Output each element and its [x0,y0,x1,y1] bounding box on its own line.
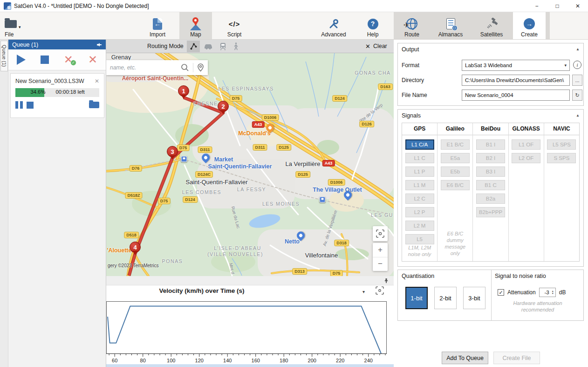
search-input[interactable]: name, etc. [106,64,136,71]
signal-button-l5-sps[interactable]: L5 SPS [547,139,576,150]
queue-vertical-tab[interactable]: Queue (1) [0,41,8,71]
clear-completed-icon[interactable]: ✕✓ [64,55,73,64]
signal-button-l2-m[interactable]: L2 M [405,221,434,231]
routing-mode-car-button[interactable] [202,41,215,52]
snr-header: Signal to noise ratio [495,270,546,282]
collapse-icon[interactable]: ▲ [576,47,580,51]
regenerate-name-button[interactable]: ↻ [572,90,582,101]
route-marker-3[interactable]: 3 [167,146,178,157]
signal-button-l2-of[interactable]: L2 OF [512,153,540,163]
stop-item-icon[interactable] [27,102,34,109]
search-icon[interactable] [181,63,189,72]
stop-icon[interactable] [41,55,49,64]
browse-button[interactable]: ... [572,75,582,86]
attenuation-checkbox[interactable]: ✓ [498,289,504,296]
format-info-icon[interactable]: i [573,61,581,69]
satellites-button[interactable]: Satellites [473,12,510,39]
locate-pin-icon[interactable] [197,63,204,72]
satgen-app: SatGen V4.0 - *Untitled [DEMO - No Dongl… [0,0,588,367]
svg-text:60: 60 [112,358,117,363]
route-marker-4[interactable]: 4 [130,242,141,253]
signal-button-l1-c[interactable]: L1 C [405,153,434,163]
signal-button-l5[interactable]: L5 [405,234,434,244]
time-remaining: 00:00:18 left [55,89,84,95]
pin-icon[interactable] [96,42,102,48]
almanacs-button[interactable]: Almanacs [433,12,468,39]
chart-fit-button[interactable] [376,286,384,295]
pause-icon[interactable] [15,101,23,109]
map-search-box[interactable]: name, etc. [106,60,208,75]
velocity-panel-strip [106,276,394,285]
poi-pin-icon[interactable] [200,152,211,163]
remove-icon[interactable]: ✕ [88,55,97,64]
signal-button-e5b[interactable]: E5b [441,166,470,177]
advanced-button[interactable]: Advanced [315,12,352,39]
signal-button-l1-m[interactable]: L1 M [405,180,434,190]
signal-button-e5a[interactable]: E5a [441,153,470,163]
svg-text:140: 140 [223,358,232,363]
chart-dropdown-caret-icon[interactable]: ▾ [362,289,365,294]
signal-button-l1-of[interactable]: L1 OF [512,139,540,150]
collapse-icon[interactable]: ▲ [576,113,580,118]
maximize-button[interactable]: □ [547,0,567,12]
road-badge-d318: D318 [334,240,349,246]
attenuation-spinner[interactable]: -3 ▴ ▾ [539,288,556,297]
zoom-out-button[interactable]: − [373,257,388,271]
route-button[interactable]: ✈ Route [396,12,428,39]
import-button[interactable]: ← Import [141,12,174,39]
spinner-down-icon[interactable]: ▾ [550,292,555,295]
format-dropdown[interactable]: LabSat 3 Wideband ▾ [462,60,570,71]
signal-button-l1-p[interactable]: L1 P [405,166,434,177]
routing-mode-route-button[interactable] [187,41,200,52]
signal-button-b1-i[interactable]: B1 I [476,139,505,150]
train-station-icon[interactable] [320,197,326,203]
minimize-button[interactable]: − [526,0,547,12]
velocity-chart[interactable]: 6080100120140160180200220240 [106,301,387,365]
signal-button-l1-c-a[interactable]: L1 C/A [405,139,434,150]
map-label-ville-nouvelle: (VILLE NOUVELLE) [207,251,263,257]
clear-route-button[interactable]: ✕ Clear [365,43,387,50]
close-button[interactable]: ✕ [567,0,588,12]
zoom-in-button[interactable]: + [373,243,388,257]
signal-button-e1-b-c[interactable]: E1 B/C [441,139,470,150]
map-center-button[interactable] [373,226,388,241]
signal-button-b2b-ppp[interactable]: B2b+PPP [476,207,505,217]
signal-button-b3-i[interactable]: B3 I [476,166,505,177]
quantisation-2-bit-button[interactable]: 2-bit [434,287,457,309]
quantisation-1-bit-button[interactable]: 1-bit [405,287,428,309]
play-icon[interactable] [17,55,26,65]
train-station-icon[interactable] [181,156,187,162]
help-button[interactable]: ? Help [356,12,389,39]
left-dock-strip [0,40,8,367]
pin-icon[interactable] [383,278,389,284]
satellite-icon [485,17,498,30]
road-badge-a43: A43 [252,121,265,128]
map-canvas[interactable]: GrenayAéroport Saint-Quentin...LES ESPIN… [106,53,394,276]
signal-button-b2-i[interactable]: B2 I [476,153,505,163]
output-group-header[interactable]: Output ▲ [398,43,583,55]
signals-group-header[interactable]: Signals ▲ [398,110,583,121]
signal-button-e6-b-c[interactable]: E6 B/C [441,180,470,190]
filename-input[interactable]: New Scenario_0004 [462,90,570,101]
route-marker-1[interactable]: 1 [178,85,189,97]
map-pin-icon [190,17,202,30]
map-label-villefontaine: Villefontaine [305,252,338,259]
signal-button-l2-p[interactable]: L2 P [405,207,434,217]
signal-button-s-sps[interactable]: S SPS [547,153,576,163]
routing-mode-transit-button[interactable] [216,41,229,52]
file-button[interactable]: ▾ File [1,12,31,39]
create-button[interactable]: → Create [513,12,546,39]
signal-button-b2a[interactable]: B2a [476,194,505,204]
signal-button-l2-c[interactable]: L2 C [405,194,434,204]
add-to-queue-button[interactable]: Add To Queue [442,352,488,364]
remove-item-icon[interactable]: ✕ [95,78,99,84]
open-folder-icon[interactable] [89,102,99,108]
map-button[interactable]: Map [179,12,212,39]
signal-button-b1-c[interactable]: B1 C [476,180,505,190]
routing-mode-walk-button[interactable] [229,41,242,52]
quantisation-3-bit-button[interactable]: 3-bit [463,287,485,309]
code-icon: </> [229,17,240,30]
route-marker-2[interactable]: 2 [218,101,229,112]
directory-input[interactable]: C:\Users\Ina Drewitz\Documents\SatGen\ [462,75,570,86]
script-button[interactable]: </> Script [218,12,251,39]
